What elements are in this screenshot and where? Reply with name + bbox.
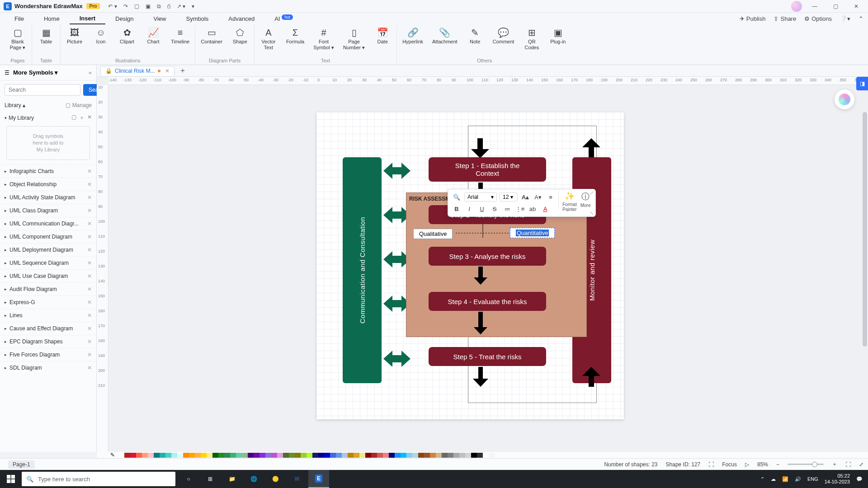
redo-icon[interactable]: ↷ xyxy=(123,3,128,9)
category-item[interactable]: ▸Infographic Charts✕ xyxy=(0,164,96,178)
color-swatch[interactable] xyxy=(259,453,265,458)
word-icon[interactable]: W xyxy=(287,470,307,488)
panel-title[interactable]: More Symbols ▾ xyxy=(13,69,58,76)
close-icon[interactable]: ✕ xyxy=(87,312,92,319)
fit-width-icon[interactable]: ⛶ xyxy=(845,461,851,468)
color-swatch[interactable] xyxy=(412,453,418,458)
color-swatch[interactable] xyxy=(477,453,483,458)
category-item[interactable]: ▸EPC Diagram Shapes✕ xyxy=(0,335,96,348)
tray-chevron-icon[interactable]: ⌃ xyxy=(760,476,764,482)
menu-insert[interactable]: Insert xyxy=(70,13,105,24)
close-icon[interactable]: ✕ xyxy=(87,352,92,358)
menu-file[interactable]: File xyxy=(5,14,34,24)
menu-advanced[interactable]: Advanced xyxy=(218,14,264,24)
menu-home[interactable]: Home xyxy=(34,14,70,24)
status-page-tab[interactable]: Page-1 xyxy=(8,460,35,469)
color-swatch[interactable] xyxy=(330,453,336,458)
color-swatch[interactable] xyxy=(448,453,453,458)
color-swatch[interactable] xyxy=(377,453,383,458)
user-avatar[interactable] xyxy=(791,1,802,12)
color-swatch[interactable] xyxy=(154,453,160,458)
chrome-icon[interactable]: 🟡 xyxy=(265,470,286,488)
fontcolor-icon[interactable]: A xyxy=(540,204,550,214)
print-icon[interactable]: ⎙ xyxy=(167,3,170,9)
page[interactable]: Communication and Consultation Monitor a… xyxy=(316,112,624,419)
category-item[interactable]: ▸UML Deployment Diagram✕ xyxy=(0,243,96,256)
save-all-icon[interactable]: ⧉ xyxy=(157,3,161,9)
color-swatch[interactable] xyxy=(453,453,459,458)
new-lib-icon[interactable]: ▢ xyxy=(71,114,76,122)
color-swatch[interactable] xyxy=(160,453,165,458)
communication-box[interactable]: Communication and Consultation xyxy=(343,157,382,383)
add-lib-icon[interactable]: ＋ xyxy=(79,114,85,122)
close-icon[interactable]: ✕ xyxy=(87,286,92,292)
mylibrary-label[interactable]: My Library xyxy=(9,115,34,121)
color-swatch[interactable] xyxy=(383,453,389,458)
color-swatch[interactable] xyxy=(336,453,342,458)
color-swatch[interactable] xyxy=(212,453,218,458)
dropzone[interactable]: Drag symbols here to add to My Library xyxy=(6,126,90,160)
category-item[interactable]: ▸SDL Diagram✕ xyxy=(0,361,96,374)
color-swatch[interactable] xyxy=(436,453,442,458)
save-icon[interactable]: ▣ xyxy=(146,3,151,9)
color-swatch[interactable] xyxy=(183,453,189,458)
formula-button[interactable]: ΣFormula xyxy=(283,25,307,52)
options-button[interactable]: ⚙ Options xyxy=(804,15,832,22)
color-swatch[interactable] xyxy=(301,453,307,458)
category-item[interactable]: ▸UML Use Case Diagram✕ xyxy=(0,269,96,282)
color-swatch[interactable] xyxy=(348,453,354,458)
vectortext-button[interactable]: AVector Text xyxy=(257,25,280,52)
font-search-icon[interactable]: 🔍 xyxy=(452,192,462,202)
category-item[interactable]: ▸UML Activity State Diagram✕ xyxy=(0,191,96,204)
vertical-scrollbar[interactable] xyxy=(863,112,867,447)
close-icon[interactable]: ✕ xyxy=(87,181,92,188)
color-swatch[interactable] xyxy=(242,453,248,458)
color-swatch[interactable] xyxy=(406,453,412,458)
clipart-button[interactable]: ✿Clipart xyxy=(116,25,138,47)
expand-icon[interactable]: ▾ xyxy=(5,116,7,120)
close-icon[interactable]: ✕ xyxy=(87,299,92,305)
strike-icon[interactable]: S xyxy=(490,204,500,214)
close-icon[interactable]: ✕ xyxy=(87,221,92,227)
color-swatch[interactable] xyxy=(277,453,283,458)
close-icon[interactable]: ✕ xyxy=(87,365,92,371)
menu-design[interactable]: Design xyxy=(105,14,143,24)
step3-box[interactable]: Step 3 - Analyse the risks xyxy=(429,247,546,266)
color-swatch[interactable] xyxy=(201,453,207,458)
category-item[interactable]: ▸Audit Flow Diagram✕ xyxy=(0,282,96,296)
timeline-button[interactable]: ≡Timeline xyxy=(168,25,192,47)
step4-box[interactable]: Step 4 - Evaluate the risks xyxy=(429,292,546,311)
doc-tab-active[interactable]: 🔒 Clinical Risk M... ✕ xyxy=(100,66,175,75)
tray-lang[interactable]: ENG xyxy=(807,476,818,482)
color-swatch[interactable] xyxy=(365,453,371,458)
library-label[interactable]: Library ▴ xyxy=(5,102,25,108)
new-doc-icon[interactable]: ▢ xyxy=(134,3,139,9)
help-icon[interactable]: ❔▾ xyxy=(840,15,850,22)
attachment-button[interactable]: 📎Attachment xyxy=(429,25,460,52)
taskview-icon[interactable]: ⊞ xyxy=(200,470,221,488)
category-item[interactable]: ▸Five Forces Diagram✕ xyxy=(0,348,96,361)
color-swatch[interactable] xyxy=(271,453,277,458)
right-panel-toggle[interactable]: ◨ xyxy=(856,77,868,90)
hyperlink-button[interactable]: 🔗Hyperlink xyxy=(400,25,426,52)
bulletlist-icon[interactable]: ⋮≡ xyxy=(515,204,525,214)
hamburger-icon[interactable]: ☰ xyxy=(5,70,9,76)
menu-view[interactable]: View xyxy=(144,14,176,24)
font-family-select[interactable]: Arial ▾ xyxy=(464,192,497,202)
pagenumber-button[interactable]: ▯Page Number ▾ xyxy=(340,25,368,52)
color-swatch[interactable] xyxy=(295,453,301,458)
zoom-slider[interactable] xyxy=(788,464,824,465)
start-button[interactable] xyxy=(0,470,22,488)
tray-onedrive-icon[interactable]: ☁ xyxy=(771,476,776,482)
close-button[interactable]: ✕ xyxy=(848,3,864,9)
close-icon[interactable]: ✕ xyxy=(87,247,92,253)
category-item[interactable]: ▸Cause and Effect Diagram✕ xyxy=(0,322,96,335)
ai-assistant-button[interactable] xyxy=(835,89,854,109)
ribbon-collapse-icon[interactable]: ⌃ xyxy=(859,15,863,22)
color-swatch[interactable] xyxy=(148,453,154,458)
step5-box[interactable]: Step 5 - Treat the risks xyxy=(429,347,546,366)
shape-button[interactable]: ⬠Shape xyxy=(229,25,251,47)
color-swatch[interactable] xyxy=(283,453,289,458)
panel-collapse-icon[interactable]: « xyxy=(89,70,92,76)
comment-button[interactable]: 💬Comment xyxy=(490,25,517,52)
